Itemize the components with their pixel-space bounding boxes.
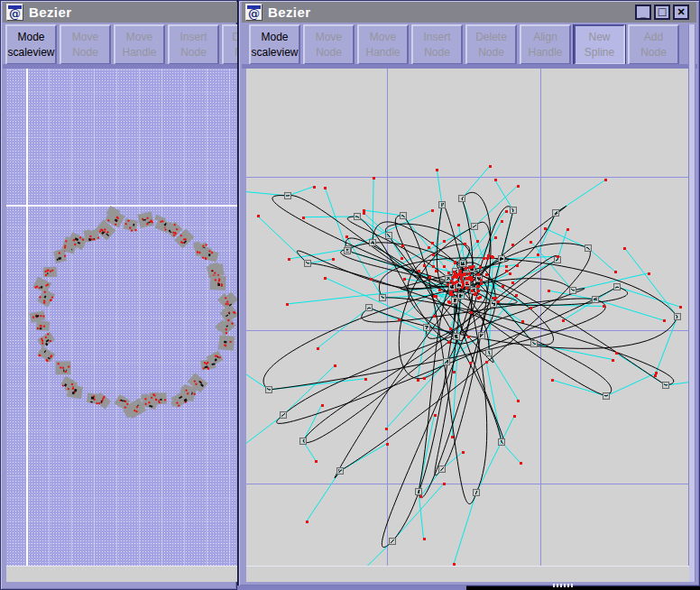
toolbar-button-move-handle[interactable]: MoveHandle [114,24,165,65]
vertical-scroll-strip[interactable] [688,24,695,582]
toolbar-button-insert-node[interactable]: InsertNode [168,24,219,65]
toolbar-button-label: Move [115,30,163,45]
minimize-button[interactable]: _ [635,5,651,20]
app-icon: @ [6,4,23,21]
toolbar-button-label: Node [630,45,677,60]
toolbar-button-label: Mode [7,30,55,45]
toolbar-button-delete-node[interactable]: DeleteNode [222,24,237,65]
toolbar-button-move-node[interactable]: MoveNode [303,24,355,65]
spline-canvas[interactable] [246,69,689,567]
toolbar-button-label: Node [467,45,515,60]
toolbar: ModescaleviewMoveNodeMoveHandleInsertNod… [5,24,237,65]
toolbar-button-label: Spline [576,45,623,60]
desktop-background: @ Bezier ModescaleviewMoveNodeMoveHandle… [0,0,700,590]
toolbar-button-label: Handle [521,45,569,60]
app-icon-glyph: @ [7,7,23,20]
toolbar-button-delete-node[interactable]: DeleteNode [465,24,517,65]
toolbar-button-label: Move [359,30,407,45]
toolbar-button-mode-scaleview[interactable]: Modescaleview [249,24,300,65]
toolbar-button-label: scaleview [251,45,299,60]
toolbar-button-label: Move [61,30,109,45]
app-icon: @ [245,4,262,21]
toolbar-button-label: Node [413,45,461,60]
app-icon-glyph: @ [246,7,262,20]
titlebar[interactable]: @ Bezier [3,2,237,23]
toolbar-button-label: New [576,30,623,45]
toolbar-button-label: Node [224,45,237,60]
toolbar-button-label: Node [170,45,217,60]
toolbar-button-label: Mode [251,30,299,45]
toolbar-button-new-spline[interactable]: NewSpline [574,24,625,65]
maximize-button[interactable]: □ [654,5,670,20]
toolbar-button-label: Add [630,30,677,45]
toolbar-button-label: Node [61,45,109,60]
toolbar: ModescaleviewMoveNodeMoveHandleInsertNod… [249,24,688,65]
toolbar-button-align-handle[interactable]: AlignHandle [520,24,571,65]
toolbar-button-label: Delete [224,30,237,45]
window-bottom-border [237,585,466,590]
toolbar-button-label: Delete [467,30,515,45]
toolbar-button-label: Insert [170,30,217,45]
toolbar-button-label: Align [521,30,569,45]
scaleview-canvas[interactable] [6,69,237,566]
window-bezier-front: @ Bezier _□✕ ModescaleviewMoveNodeMoveHa… [237,0,700,586]
window-bezier-back: @ Bezier ModescaleviewMoveNodeMoveHandle… [0,0,237,590]
toolbar-button-label: Move [305,30,353,45]
close-button[interactable]: ✕ [673,5,689,20]
window-title: Bezier [268,5,310,20]
toolbar-button-label: scaleview [7,45,55,60]
scaleview-area [6,69,237,566]
toolbar-button-label: Handle [359,45,407,60]
toolbar-button-move-node[interactable]: MoveNode [60,24,111,65]
horizontal-scroll-area[interactable] [6,566,237,582]
resize-grip-dots[interactable] [553,584,573,587]
window-title: Bezier [29,5,71,20]
spline-edit-area [246,69,689,567]
titlebar[interactable]: @ Bezier _□✕ [242,2,696,23]
toolbar-button-label: Node [305,45,353,60]
horizontal-scroll-area[interactable] [246,566,689,582]
toolbar-button-mode-scaleview[interactable]: Modescaleview [5,24,57,65]
window-controls: _□✕ [635,5,696,20]
toolbar-button-insert-node[interactable]: InsertNode [411,24,463,65]
toolbar-button-label: Handle [115,45,163,60]
toolbar-button-move-handle[interactable]: MoveHandle [357,24,409,65]
toolbar-button-add-node[interactable]: AddNode [628,24,679,65]
toolbar-button-label: Insert [413,30,461,45]
